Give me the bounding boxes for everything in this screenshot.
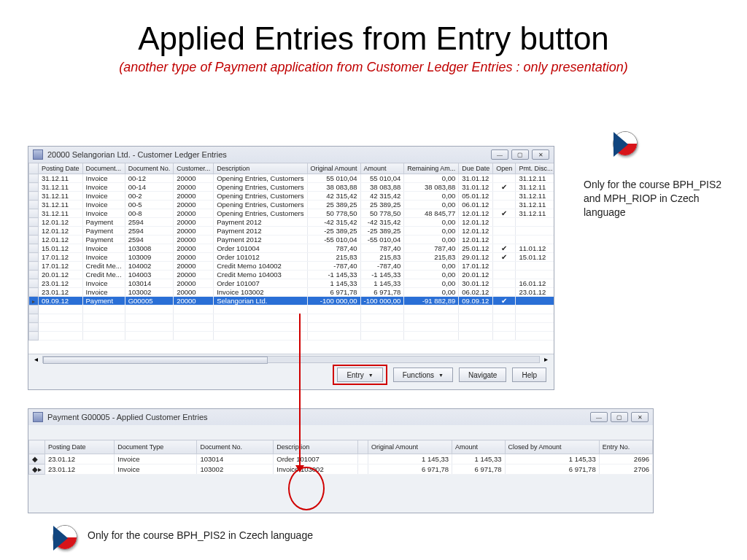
window-title: Payment G00005 - Applied Customer Entrie… <box>47 413 208 421</box>
table-row[interactable]: 31.12.11Invoice00-520000Opening Entries,… <box>29 201 554 209</box>
column-header[interactable]: Document No. <box>197 440 274 454</box>
functions-button[interactable]: Functions▼ <box>393 368 453 382</box>
table-row[interactable]: 15.01.12Invoice10300820000Order 10100478… <box>29 244 554 253</box>
column-header[interactable]: Document Type <box>115 440 197 454</box>
column-header[interactable]: Amount <box>452 440 505 454</box>
maximize-button[interactable]: ▢ <box>511 149 529 160</box>
window-title: 20000 Selangorian Ltd. - Customer Ledger… <box>47 150 227 159</box>
table-row[interactable]: 12.01.12Payment259420000Payment 2012-55 … <box>29 236 554 244</box>
page-subtitle: (another type of Payment application fro… <box>0 60 747 75</box>
maximize-button[interactable]: ▢ <box>611 412 628 422</box>
column-header[interactable]: Amount <box>360 163 404 174</box>
table-row[interactable]: 31.12.11Invoice00-820000Opening Entries,… <box>29 209 554 218</box>
table-row[interactable]: 23.01.12Invoice10300220000Invoice 103002… <box>29 288 554 297</box>
side-note: Only for the course BPH_PIS2 and MPH_RIO… <box>584 178 729 219</box>
table-row <box>29 314 554 323</box>
column-header[interactable]: Original Amount <box>307 163 360 174</box>
table-row[interactable]: 17.01.12Invoice10300920000Order 10101221… <box>29 253 554 262</box>
column-header[interactable] <box>357 440 368 454</box>
horizontal-scrollbar[interactable]: ◂▸ <box>28 354 554 364</box>
titlebar: Payment G00005 - Applied Customer Entrie… <box>28 409 653 425</box>
column-header[interactable]: Original Amount <box>368 440 452 454</box>
minimize-button[interactable]: — <box>590 412 608 422</box>
table-row[interactable]: 23.01.12Invoice10301420000Order 1010071 … <box>29 279 554 288</box>
table-row[interactable]: ◆▸23.01.12Invoice103002Invoice 1030026 9… <box>29 464 653 475</box>
table-row[interactable]: 17.01.12Credit Me...10400220000Credit Me… <box>29 262 554 271</box>
annotation-oval <box>288 467 325 510</box>
navigate-button[interactable]: Navigate <box>459 368 506 382</box>
window-icon <box>33 412 43 422</box>
table-row[interactable]: 31.12.11Invoice00-220000Opening Entries,… <box>29 192 554 201</box>
column-header[interactable]: Description <box>274 440 358 454</box>
help-button[interactable]: Help <box>512 368 546 382</box>
column-header[interactable]: Pmt. Disc... <box>516 163 554 174</box>
entry-button[interactable]: Entry▼ <box>337 368 382 382</box>
applied-grid[interactable]: Posting DateDocument TypeDocument No.Des… <box>28 440 653 475</box>
table-row[interactable]: 09.09.12PaymentG0000520000Selangorian Lt… <box>29 297 554 306</box>
close-button[interactable]: ✕ <box>532 149 549 160</box>
customer-ledger-window: 20000 Selangorian Ltd. - Customer Ledger… <box>28 146 554 390</box>
table-row[interactable]: ◆23.01.12Invoice103014Order 1010071 145,… <box>29 454 653 464</box>
titlebar: 20000 Selangorian Ltd. - Customer Ledger… <box>28 147 554 163</box>
czech-flag-icon <box>613 131 638 156</box>
table-row <box>29 306 554 314</box>
table-row[interactable]: 31.12.11Invoice00-1420000Opening Entries… <box>29 183 554 192</box>
column-header[interactable]: Entry No. <box>599 440 652 454</box>
table-row <box>29 332 554 341</box>
table-row <box>29 323 554 332</box>
table-row[interactable]: 31.12.11Invoice00-1220000Opening Entries… <box>29 174 554 183</box>
table-row[interactable]: 12.01.12Payment259420000Payment 2012-25 … <box>29 227 554 236</box>
czech-flag-icon <box>53 525 77 550</box>
column-header[interactable]: Document... <box>82 163 125 174</box>
minimize-button[interactable]: — <box>491 149 508 160</box>
window-footer: Entry▼ Functions▼ Navigate Help <box>28 364 554 386</box>
page-title: Applied Entries from Entry button <box>0 20 747 57</box>
column-header[interactable]: Remaining Am... <box>404 163 459 174</box>
column-header[interactable]: Posting Date <box>39 163 83 174</box>
column-header[interactable]: Closed by Amount <box>505 440 599 454</box>
column-header[interactable]: Due Date <box>459 163 493 174</box>
column-header[interactable]: Customer... <box>174 163 214 174</box>
applied-entries-window: Payment G00005 - Applied Customer Entrie… <box>28 408 654 513</box>
column-header[interactable]: Description <box>214 163 307 174</box>
table-row[interactable]: 12.01.12Payment259420000Payment 2012-42 … <box>29 218 554 227</box>
annotation-arrow <box>299 314 301 467</box>
column-header[interactable]: Posting Date <box>45 440 115 454</box>
entry-button-highlight: Entry▼ <box>333 365 387 385</box>
window-icon <box>33 149 43 160</box>
bottom-note: Only for the course BPH_PIS2 in Czech la… <box>88 529 313 541</box>
ledger-grid[interactable]: Posting DateDocument...Document No.Custo… <box>28 163 554 354</box>
column-header[interactable]: Open <box>493 163 516 174</box>
close-button[interactable]: ✕ <box>631 412 649 422</box>
table-row[interactable]: 20.01.12Credit Me...10400320000Credit Me… <box>29 271 554 279</box>
column-header[interactable]: Document No. <box>125 163 174 174</box>
